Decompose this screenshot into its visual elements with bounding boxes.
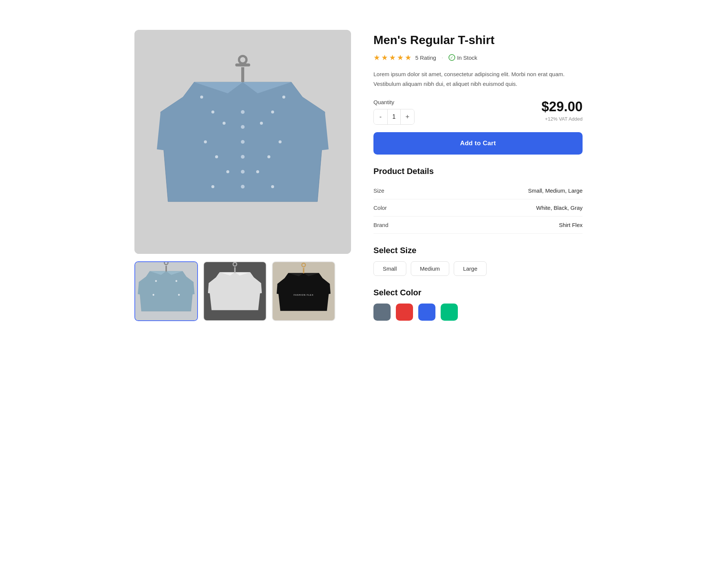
detail-value: Small, Medium, Large: [419, 182, 583, 199]
thumbnail-3[interactable]: FASHION FLEX: [272, 261, 335, 321]
svg-rect-29: [165, 266, 167, 272]
color-swatch[interactable]: [441, 304, 458, 321]
rating-text: 5 Rating: [415, 55, 436, 61]
svg-point-19: [211, 185, 214, 188]
select-color-title: Select Color: [373, 288, 583, 298]
color-options: [373, 304, 583, 321]
color-swatch[interactable]: [373, 304, 391, 321]
size-option-button[interactable]: Small: [373, 261, 406, 276]
svg-point-15: [200, 96, 203, 99]
thumbnail-2[interactable]: [203, 261, 267, 321]
quantity-value: 1: [387, 109, 401, 124]
thumbnail-1[interactable]: [134, 261, 198, 321]
color-swatch[interactable]: [396, 304, 413, 321]
svg-rect-21: [241, 67, 244, 82]
detail-label: Brand: [373, 217, 419, 234]
svg-point-9: [271, 111, 274, 113]
quantity-decrease-button[interactable]: -: [374, 109, 387, 124]
svg-point-28: [178, 294, 180, 296]
svg-text:FASHION FLEX: FASHION FLEX: [294, 294, 314, 296]
product-description: Lorem ipsum dolor sit amet, consectetur …: [373, 69, 583, 88]
svg-point-20: [271, 185, 274, 188]
rating-row: ★ ★ ★ ★ ★ 5 Rating · ✓ In Stock: [373, 53, 583, 62]
svg-rect-32: [234, 267, 236, 273]
star-3: ★: [389, 53, 396, 62]
star-rating: ★ ★ ★ ★ ★: [373, 53, 412, 62]
svg-point-18: [256, 170, 259, 173]
svg-point-11: [204, 140, 207, 143]
svg-point-26: [176, 280, 177, 282]
detail-row: ColorWhite, Black, Gray: [373, 199, 583, 217]
star-5: ★: [405, 53, 412, 62]
svg-rect-35: [303, 268, 304, 274]
left-column: FASHION FLEX: [134, 30, 351, 321]
detail-label: Size: [373, 182, 419, 199]
stock-badge: ✓ In Stock: [448, 54, 477, 61]
svg-point-13: [215, 155, 218, 158]
select-size-title: Select Size: [373, 246, 583, 255]
product-title: Men's Regular T-shirt: [373, 33, 583, 47]
svg-point-1: [241, 110, 245, 114]
svg-point-4: [241, 155, 245, 159]
svg-point-16: [282, 96, 285, 99]
svg-point-7: [211, 111, 214, 113]
product-details-table: SizeSmall, Medium, LargeColorWhite, Blac…: [373, 182, 583, 234]
product-details-title: Product Details: [373, 167, 583, 176]
separator: ·: [441, 54, 443, 62]
svg-point-6: [241, 185, 245, 189]
detail-row: BrandShirt Flex: [373, 217, 583, 234]
svg-point-12: [279, 140, 282, 143]
detail-value: White, Black, Gray: [419, 199, 583, 217]
product-price: $29.00: [541, 99, 583, 115]
detail-label: Color: [373, 199, 419, 217]
vat-note: +12% VAT Added: [541, 116, 583, 122]
size-options: SmallMediumLarge: [373, 261, 583, 276]
svg-point-10: [260, 122, 263, 125]
svg-point-14: [267, 155, 270, 158]
thumbnail-row: FASHION FLEX: [134, 261, 351, 321]
add-to-cart-button[interactable]: Add to Cart: [373, 132, 583, 155]
stock-icon: ✓: [448, 54, 455, 61]
svg-point-27: [152, 294, 154, 296]
right-column: Men's Regular T-shirt ★ ★ ★ ★ ★ 5 Rating…: [373, 30, 583, 321]
quantity-label: Quantity: [373, 99, 415, 105]
detail-row: SizeSmall, Medium, Large: [373, 182, 583, 199]
svg-point-17: [226, 170, 229, 173]
quantity-controls: - 1 +: [373, 109, 415, 125]
svg-point-2: [241, 125, 245, 129]
main-product-image: [134, 30, 351, 254]
star-1: ★: [373, 53, 380, 62]
size-option-button[interactable]: Medium: [411, 261, 449, 276]
quantity-section: Quantity - 1 +: [373, 99, 415, 125]
size-option-button[interactable]: Large: [454, 261, 487, 276]
star-4: ★: [397, 53, 404, 62]
star-2: ★: [381, 53, 388, 62]
svg-point-5: [241, 170, 245, 174]
product-page: FASHION FLEX Men's Regular T-shirt ★ ★ ★…: [134, 30, 583, 321]
detail-value: Shirt Flex: [419, 217, 583, 234]
svg-point-8: [223, 122, 226, 125]
color-swatch[interactable]: [418, 304, 435, 321]
price-section: $29.00 +12% VAT Added: [541, 99, 583, 122]
quantity-price-row: Quantity - 1 + $29.00 +12% VAT Added: [373, 99, 583, 125]
quantity-increase-button[interactable]: +: [401, 109, 414, 124]
svg-point-3: [241, 140, 245, 144]
svg-point-25: [155, 280, 157, 282]
stock-text: In Stock: [457, 55, 477, 61]
